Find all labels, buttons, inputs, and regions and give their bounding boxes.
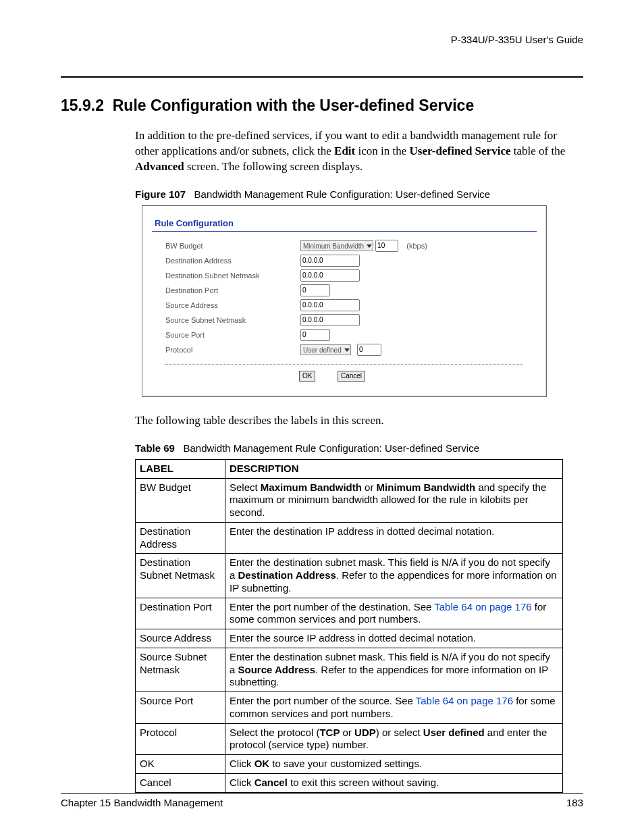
dest-mask-input[interactable] xyxy=(300,269,360,282)
src-addr-input[interactable] xyxy=(300,299,360,311)
cell-description: Enter the port number of the source. See… xyxy=(225,692,563,724)
cell-label: Source Subnet Netmask xyxy=(136,648,225,692)
chevron-down-icon xyxy=(344,348,350,352)
cell-description: Select the protocol (TCP or UDP) or sele… xyxy=(225,723,563,755)
footer-chapter: Chapter 15 Bandwidth Management xyxy=(61,797,223,808)
table-row: CancelClick Cancel to exit this screen w… xyxy=(136,773,563,792)
protocol-label: Protocol xyxy=(165,346,300,354)
th-description: DESCRIPTION xyxy=(225,459,563,478)
footer-rule xyxy=(61,793,583,794)
table-row: Destination AddressEnter the destination… xyxy=(136,522,563,554)
intro-paragraph: In addition to the pre-defined services,… xyxy=(135,128,583,175)
table-caption: Table 69 Bandwidth Management Rule Confi… xyxy=(135,442,583,454)
table-row: Source AddressEnter the source IP addres… xyxy=(136,629,563,648)
cell-label: OK xyxy=(136,755,225,774)
cell-label: Source Address xyxy=(136,629,225,648)
table-label: Table 69 xyxy=(135,442,175,454)
src-addr-label: Source Address xyxy=(165,301,300,309)
src-mask-label: Source Subnet Netmask xyxy=(165,316,300,324)
cell-description: Click OK to save your customized setting… xyxy=(225,755,563,774)
src-mask-input[interactable] xyxy=(300,314,360,326)
figure-title: Bandwidth Management Rule Configuration:… xyxy=(194,188,491,200)
panel-underline xyxy=(152,231,537,232)
dest-mask-label: Destination Subnet Netmask xyxy=(165,271,300,280)
bw-budget-label: BW Budget xyxy=(165,242,300,250)
table-row: Source Subnet NetmaskEnter the destinati… xyxy=(136,648,563,692)
section-number: 15.9.2 xyxy=(61,97,104,114)
cell-label: Destination Subnet Netmask xyxy=(136,554,225,598)
table-row: OKClick OK to save your customized setti… xyxy=(136,755,563,774)
section-title: Rule Configuration with the User-defined… xyxy=(113,97,474,114)
src-port-label: Source Port xyxy=(165,331,300,339)
dest-port-label: Destination Port xyxy=(165,286,300,294)
cell-description: Enter the destination subnet mask. This … xyxy=(225,648,563,692)
figure-label: Figure 107 xyxy=(135,188,186,200)
cancel-button[interactable]: Cancel xyxy=(338,371,365,382)
table-title: Bandwidth Management Rule Configuration:… xyxy=(183,442,479,454)
cell-description: Enter the destination subnet mask. This … xyxy=(225,554,563,598)
dest-addr-label: Destination Address xyxy=(165,257,300,265)
dotted-separator xyxy=(165,364,523,365)
ok-button[interactable]: OK xyxy=(299,371,315,382)
panel-title: Rule Configuration xyxy=(145,209,543,231)
cell-label: BW Budget xyxy=(136,478,225,522)
src-port-input[interactable] xyxy=(300,329,330,341)
cell-label: Destination Port xyxy=(136,598,225,629)
bw-budget-unit: (kbps) xyxy=(406,241,427,249)
table-row: Destination PortEnter the port number of… xyxy=(136,598,563,629)
bw-budget-select[interactable]: Minimum Bandwidth xyxy=(300,240,373,251)
description-table: LABEL DESCRIPTION BW BudgetSelect Maximu… xyxy=(135,459,563,793)
cell-description: Enter the source IP address in dotted de… xyxy=(225,629,563,648)
dest-port-input[interactable] xyxy=(300,284,330,296)
header-rule xyxy=(61,76,583,78)
protocol-select[interactable]: User defined xyxy=(300,344,351,355)
table-row: Destination Subnet NetmaskEnter the dest… xyxy=(136,554,563,598)
chevron-down-icon xyxy=(367,244,372,248)
table-row: ProtocolSelect the protocol (TCP or UDP)… xyxy=(136,723,563,755)
cell-label: Source Port xyxy=(136,692,225,724)
cell-label: Destination Address xyxy=(136,522,225,554)
cell-description: Enter the destination IP address in dott… xyxy=(225,522,563,554)
cell-description: Select Maximum Bandwidth or Minimum Band… xyxy=(225,478,563,522)
cell-label: Cancel xyxy=(136,773,225,792)
protocol-input[interactable] xyxy=(357,344,381,356)
mid-paragraph: The following table describes the labels… xyxy=(135,413,583,429)
bw-budget-input[interactable] xyxy=(375,240,398,252)
section-heading: 15.9.2 Rule Configuration with the User-… xyxy=(61,97,583,115)
figure-screenshot: Rule Configuration BW Budget Minimum Ban… xyxy=(142,205,547,397)
running-header: P-334U/P-335U User's Guide xyxy=(61,34,583,49)
table-row: BW BudgetSelect Maximum Bandwidth or Min… xyxy=(136,478,563,522)
th-label: LABEL xyxy=(136,459,225,478)
cell-description: Click Cancel to exit this screen without… xyxy=(225,773,563,792)
cell-label: Protocol xyxy=(136,723,225,755)
table-row: Source PortEnter the port number of the … xyxy=(136,692,563,724)
footer-page-number: 183 xyxy=(566,797,583,808)
page-footer: Chapter 15 Bandwidth Management 183 xyxy=(61,793,583,808)
figure-caption: Figure 107 Bandwidth Management Rule Con… xyxy=(135,188,583,200)
cell-description: Enter the port number of the destination… xyxy=(225,598,563,629)
dest-addr-input[interactable] xyxy=(300,255,360,267)
